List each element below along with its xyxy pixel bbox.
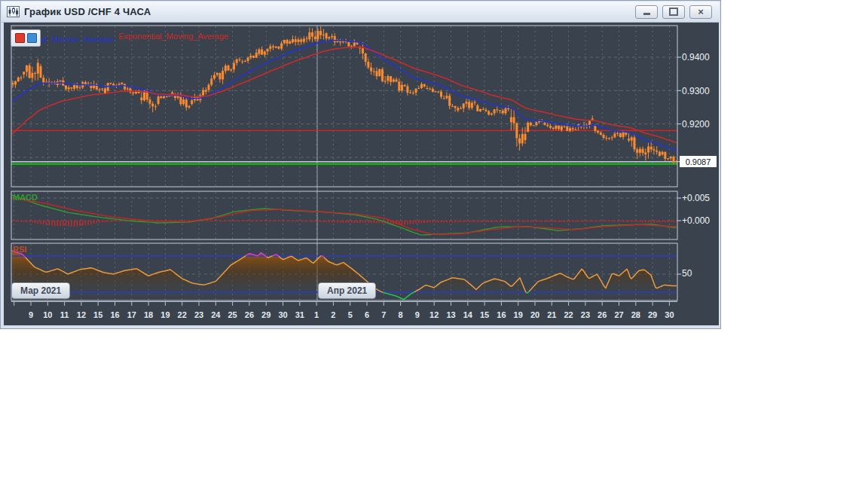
indicator-red-chip[interactable] bbox=[15, 33, 25, 43]
indicator-buttons[interactable] bbox=[11, 29, 41, 47]
date-label: 9 bbox=[408, 310, 426, 319]
date-label: 19 bbox=[509, 310, 527, 319]
legend-ema-red: Exponential_Moving_Average bbox=[118, 32, 228, 41]
date-label: 23 bbox=[190, 310, 208, 319]
window-title: График USD /CHF 4 ЧАСА bbox=[24, 6, 151, 17]
date-label: 15 bbox=[475, 310, 494, 319]
date-label: 1 bbox=[307, 310, 326, 319]
price-tick-09400: 0.9400 bbox=[682, 52, 710, 63]
date-label: 23 bbox=[576, 310, 594, 319]
close-button[interactable]: × bbox=[689, 5, 712, 19]
date-label: 17 bbox=[123, 310, 141, 319]
date-label: 16 bbox=[106, 310, 124, 319]
date-label: 22 bbox=[560, 310, 578, 319]
date-label: 25 bbox=[224, 310, 242, 319]
date-label: 11 bbox=[56, 310, 74, 319]
date-label: 30 bbox=[660, 310, 678, 319]
date-label: 19 bbox=[156, 310, 174, 319]
date-label: 22 bbox=[173, 310, 191, 319]
date-label: 26 bbox=[593, 310, 611, 319]
date-label: 26 bbox=[240, 310, 258, 319]
date-label: 15 bbox=[89, 310, 107, 319]
date-label: 31 bbox=[291, 310, 309, 319]
date-label: 29 bbox=[643, 310, 662, 319]
minimize-icon bbox=[643, 13, 650, 15]
restore-icon bbox=[669, 8, 678, 16]
rsi-label: RSI bbox=[13, 245, 26, 254]
date-label: 14 bbox=[459, 310, 477, 319]
date-label: 18 bbox=[139, 310, 157, 319]
date-axis[interactable]: 9101112151617181922232425262930311256789… bbox=[1, 310, 722, 321]
legend-ema-blue-wrap: Exponential_Moving_Average bbox=[38, 32, 116, 42]
date-label: 12 bbox=[72, 310, 90, 319]
legend-ema-blue: Exponential_Moving_Average bbox=[38, 35, 114, 42]
restore-button[interactable] bbox=[662, 5, 685, 19]
date-label: 21 bbox=[542, 310, 561, 319]
date-label: 28 bbox=[627, 310, 645, 319]
date-label: 6 bbox=[358, 310, 376, 319]
date-label: 5 bbox=[341, 310, 359, 319]
month-button-march[interactable]: Мар 2021 bbox=[11, 282, 70, 299]
chart-client-area bbox=[4, 22, 719, 325]
macd-tick-0000: +0.000 bbox=[682, 215, 710, 226]
date-label: 16 bbox=[492, 310, 510, 319]
minimize-button[interactable] bbox=[635, 5, 658, 19]
date-label: 10 bbox=[38, 310, 57, 319]
date-label: 13 bbox=[442, 310, 460, 319]
indicator-blue-chip[interactable] bbox=[27, 33, 37, 43]
macd-label: MACD bbox=[13, 193, 38, 202]
date-label: 20 bbox=[526, 310, 544, 319]
price-tick-09300: 0.9300 bbox=[682, 86, 710, 96]
month-button-april[interactable]: Апр 2021 bbox=[318, 282, 376, 299]
date-label: 7 bbox=[374, 310, 393, 319]
current-price-badge: 0.9087 bbox=[680, 156, 717, 167]
price-tick-09200: 0.9200 bbox=[682, 119, 710, 130]
date-label: 12 bbox=[425, 310, 443, 319]
date-label: 8 bbox=[392, 310, 410, 319]
candlestick-chart-icon bbox=[7, 6, 20, 17]
macd-tick-0005: +0.005 bbox=[682, 193, 710, 203]
date-label: 29 bbox=[257, 310, 275, 319]
chart-window: График USD /CHF 4 ЧАСА × Exponential_Mov… bbox=[0, 0, 721, 329]
date-label: 30 bbox=[274, 310, 292, 319]
date-label: 24 bbox=[206, 310, 225, 319]
date-label: 2 bbox=[324, 310, 342, 319]
date-label: 27 bbox=[610, 310, 628, 319]
window-titlebar[interactable]: График USD /CHF 4 ЧАСА × bbox=[2, 2, 720, 23]
close-icon: × bbox=[698, 8, 704, 16]
rsi-tick-50: 50 bbox=[682, 268, 692, 279]
date-label: 9 bbox=[22, 310, 40, 319]
